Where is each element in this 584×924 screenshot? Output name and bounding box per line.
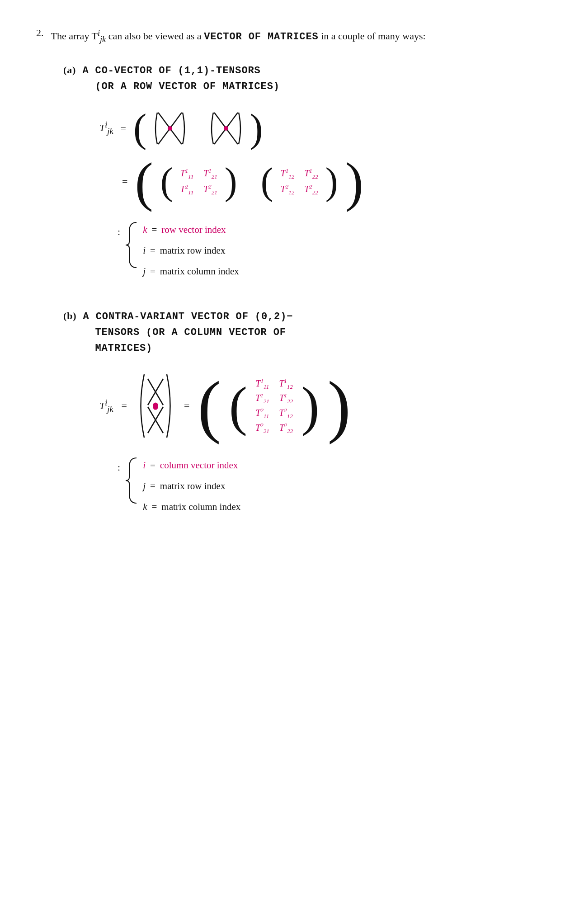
matrix-b: T111 T112 T121 T122 T211 T212 T221 T222 bbox=[255, 377, 293, 435]
section-a-math: Tijk = ( bbox=[99, 108, 533, 209]
colon-a: : bbox=[118, 222, 120, 242]
idx-eq-b-i: = bbox=[150, 456, 155, 475]
index-line-a-j: j = matrix column index bbox=[143, 262, 239, 281]
idx-val-b-k: matrix column index bbox=[161, 497, 240, 516]
idx-eq-a-j: = bbox=[150, 262, 155, 281]
outer-paren-right-b: ) bbox=[328, 371, 351, 441]
index-line-b-j: j = matrix row index bbox=[143, 476, 240, 495]
idx-eq-a-k: = bbox=[151, 220, 157, 239]
b-T21-2: T221 bbox=[255, 422, 269, 435]
outer-paren-left-b: ( bbox=[198, 371, 221, 441]
section-b-header: (b) A CONTRA-VARIANT VECTOR OF (0,2)− TE… bbox=[63, 308, 533, 357]
idx-val-a-k: row vector index bbox=[161, 220, 226, 239]
section-b: (b) A CONTRA-VARIANT VECTOR OF (0,2)− TE… bbox=[63, 308, 533, 517]
cell-T22-1: T122 bbox=[304, 167, 318, 180]
tensor-b: Tijk bbox=[99, 398, 113, 414]
idx-val-a-i: matrix row index bbox=[160, 241, 226, 260]
index-line-b-k: k = matrix column index bbox=[143, 497, 240, 516]
b-T21-1: T121 bbox=[255, 392, 269, 405]
eq-sign-b2: = bbox=[184, 400, 189, 412]
cell-T11-2: T211 bbox=[180, 183, 194, 196]
eq-sign-a1: = bbox=[121, 123, 126, 134]
brace-b bbox=[125, 456, 138, 505]
brace-a bbox=[125, 220, 138, 270]
diagram-diamond bbox=[135, 370, 176, 442]
cell-T12-1: T112 bbox=[281, 167, 295, 180]
inner-paren-right-b: ) bbox=[301, 379, 319, 434]
index-line-a-k: k = row vector index bbox=[143, 220, 239, 239]
index-line-a-i: i = matrix row index bbox=[143, 241, 239, 260]
section-a-header: (a) A CO-VECTOR OF (1,1)-TENSORS (OR A R… bbox=[63, 62, 533, 94]
diagram-x1 bbox=[154, 110, 186, 146]
outer-paren-left-a: ( bbox=[135, 155, 153, 209]
idx-j-a: j bbox=[143, 262, 146, 281]
section-b-math: Tijk = bbox=[99, 370, 533, 442]
b-T12-1: T112 bbox=[279, 377, 293, 391]
inner-paren-right-a2: ) bbox=[325, 163, 338, 201]
index-block-b: : i = column vector index j = matrix row… bbox=[118, 456, 533, 516]
eq-row-a2: = ( ( T111 T121 T211 T221 ) ( T1 bbox=[99, 155, 533, 209]
b-T22-2: T222 bbox=[279, 422, 293, 435]
idx-i-a: i bbox=[143, 241, 146, 260]
colon-b: : bbox=[118, 457, 120, 477]
tensor-a: Tijk bbox=[99, 120, 113, 136]
idx-val-a-j: matrix column index bbox=[160, 262, 239, 281]
diagram-x2 bbox=[210, 110, 242, 146]
inner-paren-right-a1: ) bbox=[225, 163, 237, 201]
big-paren-left-a: ( bbox=[133, 108, 146, 148]
idx-j-b: j bbox=[143, 476, 146, 495]
cell-T21-2: T221 bbox=[203, 183, 217, 196]
cell-T21-1: T121 bbox=[203, 167, 217, 180]
cell-T11-1: T111 bbox=[180, 167, 194, 180]
matrix-a1: T111 T121 T211 T221 bbox=[180, 167, 217, 196]
outer-paren-right-a: ) bbox=[345, 155, 363, 209]
item-header: 2. The array Tijk can also be viewed as … bbox=[36, 27, 533, 46]
inner-paren-left-a1: ( bbox=[160, 163, 173, 201]
cell-T22-2: T222 bbox=[304, 183, 318, 196]
section-b-label: (b) bbox=[63, 310, 77, 321]
index-line-b-i: i = column vector index bbox=[143, 456, 240, 475]
index-lines-b: i = column vector index j = matrix row i… bbox=[143, 456, 240, 516]
index-block-a: : k = row vector index i = matrix row in… bbox=[118, 220, 533, 281]
cell-T12-2: T212 bbox=[281, 183, 295, 196]
idx-val-b-j: matrix row index bbox=[160, 476, 226, 495]
inner-paren-left-a2: ( bbox=[261, 163, 273, 201]
big-paren-right-a: ) bbox=[250, 108, 263, 148]
b-T22-1: T122 bbox=[279, 392, 293, 405]
svg-point-12 bbox=[153, 405, 158, 410]
idx-k-a: k bbox=[143, 220, 147, 239]
b-T11-1: T111 bbox=[255, 377, 269, 391]
idx-eq-a-i: = bbox=[150, 241, 155, 260]
idx-eq-b-j: = bbox=[150, 476, 155, 495]
eq-sign-a2: = bbox=[122, 176, 127, 188]
eq-sign-b1: = bbox=[122, 400, 127, 412]
section-a: (a) A CO-VECTOR OF (1,1)-TENSORS (OR A R… bbox=[63, 62, 533, 280]
b-T11-2: T211 bbox=[255, 407, 269, 420]
idx-k-b: k bbox=[143, 497, 147, 516]
item-number: 2. bbox=[36, 27, 44, 46]
idx-eq-b-k: = bbox=[151, 497, 157, 516]
matrix-a2: T112 T122 T212 T222 bbox=[281, 167, 318, 196]
index-lines-a: k = row vector index i = matrix row inde… bbox=[143, 220, 239, 281]
inner-paren-left-b: ( bbox=[229, 379, 247, 434]
b-T12-2: T212 bbox=[279, 407, 293, 420]
idx-i-b: i bbox=[143, 456, 146, 475]
eq-row-a1: Tijk = ( bbox=[99, 108, 533, 148]
section-a-label: (a) bbox=[63, 64, 76, 75]
svg-point-2 bbox=[168, 126, 172, 131]
idx-val-b-i: column vector index bbox=[160, 456, 238, 475]
item-intro: The array Tijk can also be viewed as a V… bbox=[51, 27, 426, 46]
svg-point-5 bbox=[224, 126, 228, 131]
eq-row-b1: Tijk = bbox=[99, 370, 533, 442]
